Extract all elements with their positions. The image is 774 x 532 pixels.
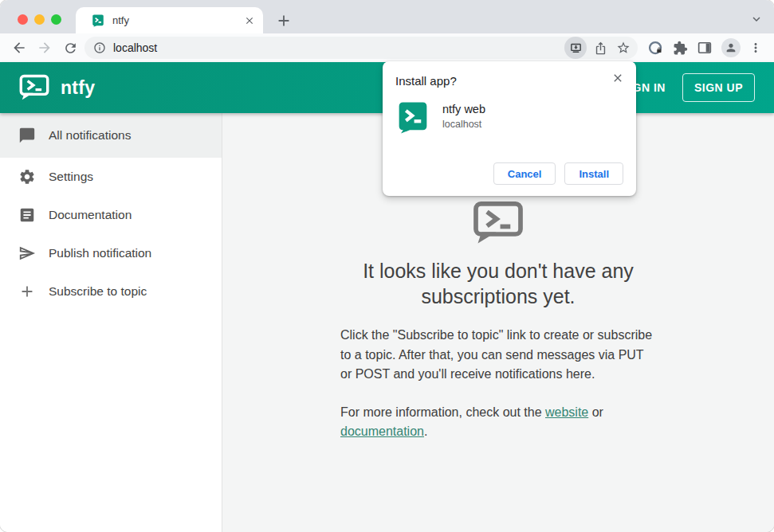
dialog-close-icon[interactable]: [610, 70, 626, 86]
send-icon: [18, 244, 36, 262]
window-zoom-button[interactable]: [51, 14, 61, 25]
more-info-paragraph: For more information, check out the webs…: [340, 403, 656, 442]
dialog-app-name: ntfy web: [442, 103, 485, 115]
bookmark-star-icon[interactable]: [614, 38, 633, 57]
ntfy-logo-icon: [19, 74, 49, 101]
ntfy-favicon-icon: [92, 14, 104, 27]
brand-title: ntfy: [61, 77, 95, 99]
empty-state-paragraph: Click the "Subscribe to topic" link to c…: [340, 326, 656, 385]
browser-tab-ntfy[interactable]: ntfy: [76, 7, 263, 33]
cancel-button[interactable]: Cancel: [493, 162, 556, 185]
sidebar-item-publish-notification[interactable]: Publish notification: [0, 234, 222, 272]
address-bar[interactable]: localhost: [84, 37, 638, 59]
tab-search-chevron-icon[interactable]: [749, 12, 764, 26]
ntfy-app-icon: [398, 101, 428, 134]
share-icon[interactable]: [591, 38, 610, 57]
side-panel-icon[interactable]: [695, 38, 714, 57]
more-info-text: or: [588, 405, 603, 419]
extensions-puzzle-icon[interactable]: [670, 38, 690, 57]
sidebar-item-subscribe-to-topic[interactable]: Subscribe to topic: [0, 272, 222, 311]
website-link[interactable]: website: [545, 405, 588, 419]
sidebar-item-label: Subscribe to topic: [49, 284, 147, 299]
profile-avatar[interactable]: [721, 38, 741, 57]
sidebar-item-label: Settings: [49, 170, 93, 184]
more-info-text: .: [424, 424, 427, 438]
documentation-link[interactable]: documentation: [340, 424, 424, 438]
window-close-button[interactable]: [18, 14, 28, 25]
tab-strip: ntfy: [0, 0, 774, 33]
tab-title: ntfy: [112, 14, 244, 26]
sidebar-item-label: Publish notification: [49, 246, 151, 260]
plus-icon: [18, 283, 36, 300]
dialog-title: Install app?: [395, 74, 623, 88]
chat-icon: [18, 127, 36, 144]
browser-menu-icon[interactable]: [746, 38, 765, 57]
ntfy-empty-state-logo-icon: [473, 201, 524, 245]
back-button[interactable]: [10, 38, 29, 57]
window-minimize-button[interactable]: [34, 14, 45, 25]
browser-window: ntfy localhost: [0, 0, 774, 532]
sign-up-button[interactable]: SIGN UP: [682, 73, 755, 102]
sidebar: All notifications Settings Documentation…: [0, 113, 222, 532]
tab-close-icon[interactable]: [244, 15, 255, 26]
install-app-omnibox-icon[interactable]: [564, 37, 587, 59]
article-icon: [18, 206, 36, 224]
privacy-extension-icon[interactable]: [646, 38, 665, 57]
gear-icon: [18, 168, 36, 186]
install-app-dialog: Install app? ntfy web localhost Cancel I…: [383, 61, 636, 196]
reload-button[interactable]: [61, 38, 80, 57]
dialog-app-origin: localhost: [442, 119, 485, 130]
sidebar-item-label: Documentation: [49, 208, 132, 222]
install-button[interactable]: Install: [564, 162, 623, 185]
empty-state-heading: It looks like you don't have any subscri…: [346, 258, 650, 309]
site-info-icon[interactable]: [93, 41, 106, 54]
more-info-text: For more information, check out the: [340, 405, 545, 419]
sidebar-item-all-notifications[interactable]: All notifications: [0, 113, 222, 158]
new-tab-button[interactable]: [273, 10, 294, 31]
sidebar-item-settings[interactable]: Settings: [0, 158, 222, 196]
sidebar-item-label: All notifications: [49, 128, 131, 143]
forward-button[interactable]: [35, 38, 54, 57]
sidebar-item-documentation[interactable]: Documentation: [0, 196, 222, 234]
macos-traffic-lights: [18, 14, 61, 25]
address-text: localhost: [113, 41, 564, 54]
